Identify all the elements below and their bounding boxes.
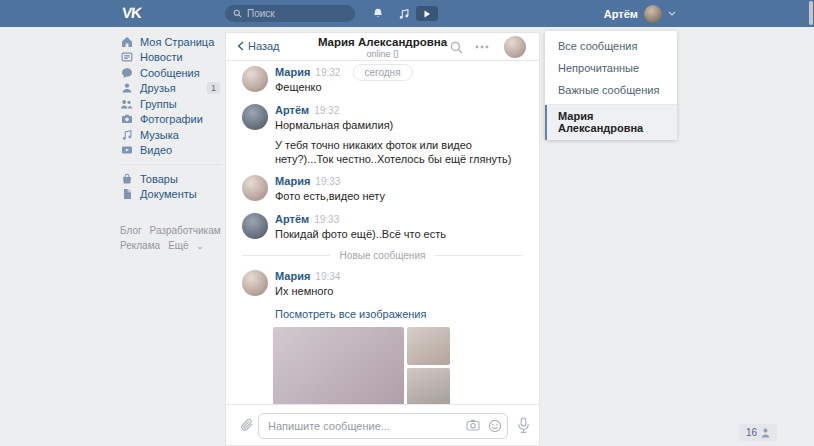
vk-app: VK Поиск Артём [0, 0, 814, 446]
chevron-down-icon [668, 11, 676, 16]
friends-online-counter[interactable]: 16 [739, 424, 777, 441]
chevron-left-icon [237, 41, 244, 51]
chat-search-icon[interactable] [449, 40, 463, 54]
document-icon [120, 188, 133, 200]
more-options-icon[interactable] [475, 40, 489, 54]
topbar-avatar [644, 5, 662, 23]
message-author[interactable]: Артём [275, 104, 309, 116]
attachment-image-placeholder[interactable] [407, 327, 450, 365]
footer-link-developers[interactable]: Разработчикам [150, 225, 221, 236]
message: Артём19:33 Покидай фото ещё)..Всё что ес… [242, 213, 523, 242]
page-scrollbar[interactable] [809, 1, 813, 25]
messages-filter-menu: Все сообщения Непрочитанные Важные сообщ… [545, 31, 677, 140]
sidebar-item-groups[interactable]: Группы [120, 96, 222, 112]
chevron-down-icon: ⌄ [197, 242, 204, 251]
music-icon[interactable] [396, 6, 411, 21]
message: Мария19:34 Их немного Посмотреть все изо… [242, 270, 523, 404]
vk-logo[interactable]: VK [121, 4, 142, 21]
video-icon [120, 144, 133, 156]
message-author[interactable]: Артём [275, 213, 309, 225]
sidebar-item-messages[interactable]: Сообщения [120, 65, 222, 81]
message: Артём19:32 Нормальная фамилия) У тебя то… [242, 104, 523, 167]
friends-icon [120, 82, 133, 94]
sidebar-item-friends[interactable]: Друзья 1 [120, 81, 222, 97]
footer-link-ads[interactable]: Реклама [120, 240, 160, 251]
emoji-icon[interactable] [488, 419, 502, 433]
attach-icon[interactable] [239, 418, 254, 433]
chat-title: Мария Александровна [318, 36, 447, 48]
topbar-profile[interactable]: Артём [604, 0, 676, 27]
message-time: 19:32 [314, 105, 339, 116]
message-text: У тебя точно никаких фоток или видео нет… [275, 139, 527, 166]
sidebar-item-news[interactable]: Новости [120, 50, 222, 66]
avatar[interactable] [242, 66, 268, 92]
camera-icon [120, 113, 133, 125]
sidebar-item-documents[interactable]: Документы [120, 187, 222, 203]
sidebar-item-market[interactable]: Товары [120, 171, 222, 187]
online-count: 16 [746, 427, 757, 438]
attachment-image-placeholder[interactable] [407, 368, 450, 405]
date-divider: сегодня [352, 64, 412, 81]
sidebar-footer: БлогРазработчикам РекламаЕщё⌄ [120, 223, 222, 254]
topbar: VK Поиск Артём [0, 0, 814, 27]
attachments-grid [273, 327, 523, 405]
message-text: Фещенко [275, 81, 527, 95]
groups-icon [120, 98, 133, 110]
market-icon [120, 173, 133, 185]
footer-link-more[interactable]: Ещё [168, 240, 188, 251]
sidebar-item-video[interactable]: Видео [120, 143, 222, 159]
message-author[interactable]: Мария [275, 270, 310, 282]
microphone-icon[interactable] [517, 417, 532, 434]
search-icon [233, 9, 242, 18]
message-text: Их немного [275, 285, 527, 299]
message-text: Фото есть,видео нету [275, 190, 527, 204]
messages-icon [120, 67, 133, 79]
message-text: Покидай фото ещё)..Всё что есть [275, 228, 527, 242]
bell-icon[interactable] [370, 6, 385, 21]
avatar[interactable] [242, 104, 268, 130]
message-author[interactable]: Мария [275, 175, 310, 187]
back-button[interactable]: Назад [237, 40, 280, 52]
avatar[interactable] [242, 213, 268, 239]
footer-link-blog[interactable]: Блог [120, 225, 142, 236]
message: Мария19:33 Фото есть,видео нету [242, 175, 523, 204]
chat-header: Назад Мария Александровна online [226, 33, 539, 61]
composer [226, 404, 539, 445]
sidebar-item-my-page[interactable]: Моя Страница [120, 34, 222, 50]
sidebar: Моя Страница Новости Сообщения Друзья 1 … [120, 34, 222, 254]
message-time: 19:32 [315, 67, 340, 78]
menu-item-all-messages[interactable]: Все сообщения [545, 35, 677, 57]
new-messages-divider: Новые сообщения [242, 250, 523, 261]
avatar[interactable] [242, 270, 268, 296]
music-note-icon [120, 129, 133, 141]
sidebar-item-photos[interactable]: Фотографии [120, 112, 222, 128]
sidebar-divider [120, 164, 222, 165]
message-time: 19:34 [315, 271, 340, 282]
message-time: 19:33 [314, 214, 339, 225]
chat-status: online [318, 49, 447, 59]
sidebar-item-music[interactable]: Музыка [120, 127, 222, 143]
camera-icon[interactable] [466, 419, 480, 433]
news-icon [120, 51, 133, 63]
topbar-user-name: Артём [604, 8, 638, 20]
attachment-image-placeholder[interactable] [273, 327, 404, 405]
chat-peer-avatar[interactable] [504, 36, 526, 58]
message-list: Мария19:32 Фещенко Артём19:32 Нормальная… [226, 61, 539, 404]
avatar[interactable] [242, 175, 268, 201]
view-all-images-link[interactable]: Посмотреть все изображения [275, 308, 523, 320]
friends-count-badge: 1 [207, 82, 220, 94]
search-placeholder: Поиск [247, 8, 275, 19]
chat-panel: Назад Мария Александровна online сегодня [225, 32, 540, 446]
person-icon [761, 428, 770, 438]
video-play-icon[interactable] [416, 6, 438, 21]
topbar-search-input[interactable]: Поиск [225, 5, 355, 22]
menu-item-unread[interactable]: Непрочитанные [545, 57, 677, 79]
message-text: Нормальная фамилия) [275, 119, 527, 133]
message-author[interactable]: Мария [275, 66, 310, 78]
menu-item-active-conversation[interactable]: Мария Александровна [545, 105, 677, 140]
mobile-icon [394, 50, 399, 58]
message-time: 19:33 [315, 176, 340, 187]
menu-item-important[interactable]: Важные сообщения [545, 79, 677, 101]
home-icon [120, 36, 133, 48]
